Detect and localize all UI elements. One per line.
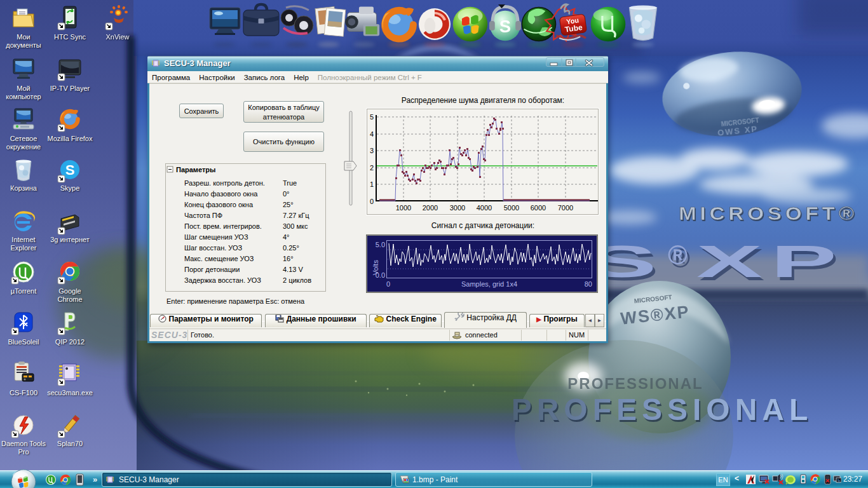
svg-text:0: 0 [370, 198, 374, 205]
svg-text:1000: 1000 [396, 204, 411, 212]
svg-text:7000: 7000 [558, 204, 573, 212]
svg-text:PROFESSIONAL: PROFESSIONAL [567, 375, 703, 392]
svg-text:2000: 2000 [423, 204, 438, 212]
svg-text:Volts: Volts [372, 260, 379, 275]
svg-text:1: 1 [370, 180, 374, 188]
svg-text:5000: 5000 [504, 204, 519, 212]
svg-text:S: S [499, 17, 511, 36]
svg-text:PROFESSIONAL: PROFESSIONAL [512, 393, 813, 426]
svg-text:4000: 4000 [477, 204, 492, 212]
svg-text:»: » [93, 475, 97, 484]
svg-text:MICROSOFT®: MICROSOFT® [679, 203, 858, 224]
svg-text:4: 4 [370, 130, 374, 138]
svg-text:5: 5 [370, 113, 374, 121]
svg-text:3000: 3000 [450, 204, 465, 212]
svg-text:Samples, grid 1x4: Samples, grid 1x4 [461, 280, 517, 288]
svg-text:0: 0 [386, 280, 390, 288]
svg-text:S: S [65, 162, 75, 178]
svg-text:XP: XP [696, 237, 845, 287]
svg-text:5.0: 5.0 [376, 241, 385, 248]
svg-text:6000: 6000 [531, 204, 546, 212]
svg-text:®: ® [668, 240, 688, 270]
svg-text:2: 2 [370, 164, 374, 172]
svg-text:80: 80 [585, 280, 592, 288]
svg-text:3: 3 [370, 147, 374, 154]
